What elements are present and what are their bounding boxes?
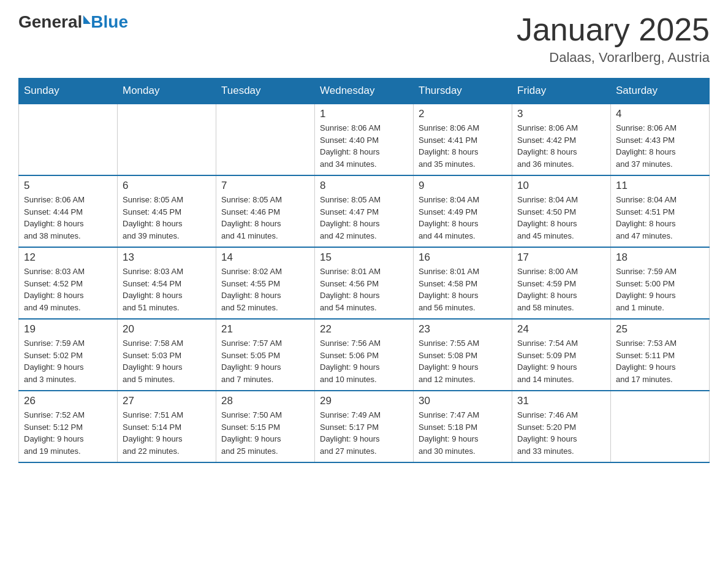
calendar-cell: 8Sunrise: 8:05 AM Sunset: 4:47 PM Daylig… <box>315 175 414 247</box>
day-number: 10 <box>517 180 605 192</box>
day-info: Sunrise: 8:00 AM Sunset: 4:59 PM Dayligh… <box>517 266 605 313</box>
day-info: Sunrise: 8:05 AM Sunset: 4:47 PM Dayligh… <box>320 194 408 242</box>
day-info: Sunrise: 7:47 AM Sunset: 5:18 PM Dayligh… <box>419 409 507 457</box>
day-info: Sunrise: 8:06 AM Sunset: 4:40 PM Dayligh… <box>320 122 408 170</box>
day-number: 26 <box>24 395 112 407</box>
month-title: January 2025 <box>517 12 710 47</box>
day-info: Sunrise: 7:51 AM Sunset: 5:14 PM Dayligh… <box>123 409 211 457</box>
day-number: 24 <box>517 323 605 335</box>
day-number: 14 <box>221 251 309 264</box>
day-number: 18 <box>616 251 704 264</box>
logo: General Blue <box>18 12 128 32</box>
day-info: Sunrise: 8:05 AM Sunset: 4:45 PM Dayligh… <box>123 194 211 242</box>
calendar-cell: 10Sunrise: 8:04 AM Sunset: 4:50 PM Dayli… <box>512 175 611 247</box>
day-number: 1 <box>320 108 408 120</box>
calendar-cell: 16Sunrise: 8:01 AM Sunset: 4:58 PM Dayli… <box>414 247 512 319</box>
calendar-header-saturday: Saturday <box>611 79 710 104</box>
calendar-table: SundayMondayTuesdayWednesdayThursdayFrid… <box>18 78 710 463</box>
day-number: 29 <box>320 395 408 407</box>
calendar-header-friday: Friday <box>512 79 611 104</box>
calendar-cell: 22Sunrise: 7:56 AM Sunset: 5:06 PM Dayli… <box>315 319 414 391</box>
day-number: 17 <box>517 251 605 264</box>
calendar-cell: 31Sunrise: 7:46 AM Sunset: 5:20 PM Dayli… <box>512 391 611 462</box>
calendar-week-row: 1Sunrise: 8:06 AM Sunset: 4:40 PM Daylig… <box>19 104 710 175</box>
day-info: Sunrise: 8:02 AM Sunset: 4:55 PM Dayligh… <box>221 266 309 313</box>
calendar-cell: 18Sunrise: 7:59 AM Sunset: 5:00 PM Dayli… <box>611 247 710 319</box>
day-info: Sunrise: 8:05 AM Sunset: 4:46 PM Dayligh… <box>221 194 309 242</box>
calendar-week-row: 5Sunrise: 8:06 AM Sunset: 4:44 PM Daylig… <box>19 175 710 247</box>
day-info: Sunrise: 8:06 AM Sunset: 4:44 PM Dayligh… <box>24 194 112 242</box>
day-info: Sunrise: 7:46 AM Sunset: 5:20 PM Dayligh… <box>517 409 605 457</box>
day-number: 28 <box>221 395 309 407</box>
day-info: Sunrise: 7:49 AM Sunset: 5:17 PM Dayligh… <box>320 409 408 457</box>
day-info: Sunrise: 8:04 AM Sunset: 4:51 PM Dayligh… <box>616 194 704 242</box>
calendar-cell <box>19 104 118 175</box>
day-number: 22 <box>320 323 408 335</box>
day-info: Sunrise: 8:03 AM Sunset: 4:54 PM Dayligh… <box>123 266 211 313</box>
day-number: 3 <box>517 108 605 120</box>
day-info: Sunrise: 8:01 AM Sunset: 4:56 PM Dayligh… <box>320 266 408 313</box>
header: General Blue January 2025 Dalaas, Vorarl… <box>18 12 710 66</box>
day-number: 30 <box>419 395 507 407</box>
logo-blue-text: Blue <box>91 12 128 32</box>
calendar-cell: 27Sunrise: 7:51 AM Sunset: 5:14 PM Dayli… <box>118 391 216 462</box>
location-title: Dalaas, Vorarlberg, Austria <box>517 50 710 66</box>
calendar-cell: 30Sunrise: 7:47 AM Sunset: 5:18 PM Dayli… <box>414 391 512 462</box>
day-info: Sunrise: 8:06 AM Sunset: 4:42 PM Dayligh… <box>517 122 605 170</box>
day-info: Sunrise: 7:50 AM Sunset: 5:15 PM Dayligh… <box>221 409 309 457</box>
day-info: Sunrise: 7:54 AM Sunset: 5:09 PM Dayligh… <box>517 337 605 385</box>
calendar-header-thursday: Thursday <box>414 79 512 104</box>
calendar-cell: 23Sunrise: 7:55 AM Sunset: 5:08 PM Dayli… <box>414 319 512 391</box>
day-info: Sunrise: 8:06 AM Sunset: 4:41 PM Dayligh… <box>419 122 507 170</box>
calendar-week-row: 26Sunrise: 7:52 AM Sunset: 5:12 PM Dayli… <box>19 391 710 462</box>
calendar-cell: 25Sunrise: 7:53 AM Sunset: 5:11 PM Dayli… <box>611 319 710 391</box>
day-number: 13 <box>123 251 211 264</box>
day-info: Sunrise: 7:59 AM Sunset: 5:02 PM Dayligh… <box>24 337 112 385</box>
day-number: 2 <box>419 108 507 120</box>
day-number: 19 <box>24 323 112 335</box>
calendar-cell: 4Sunrise: 8:06 AM Sunset: 4:43 PM Daylig… <box>611 104 710 175</box>
calendar-week-row: 12Sunrise: 8:03 AM Sunset: 4:52 PM Dayli… <box>19 247 710 319</box>
calendar-cell: 6Sunrise: 8:05 AM Sunset: 4:45 PM Daylig… <box>118 175 216 247</box>
calendar-cell: 15Sunrise: 8:01 AM Sunset: 4:56 PM Dayli… <box>315 247 414 319</box>
day-number: 25 <box>616 323 704 335</box>
day-number: 5 <box>24 180 112 192</box>
day-info: Sunrise: 7:55 AM Sunset: 5:08 PM Dayligh… <box>419 337 507 385</box>
day-info: Sunrise: 7:59 AM Sunset: 5:00 PM Dayligh… <box>616 266 704 313</box>
day-info: Sunrise: 8:03 AM Sunset: 4:52 PM Dayligh… <box>24 266 112 313</box>
day-info: Sunrise: 7:57 AM Sunset: 5:05 PM Dayligh… <box>221 337 309 385</box>
page: General Blue January 2025 Dalaas, Vorarl… <box>0 0 728 481</box>
day-number: 20 <box>123 323 211 335</box>
calendar-cell: 17Sunrise: 8:00 AM Sunset: 4:59 PM Dayli… <box>512 247 611 319</box>
calendar-cell: 14Sunrise: 8:02 AM Sunset: 4:55 PM Dayli… <box>216 247 315 319</box>
calendar-cell: 5Sunrise: 8:06 AM Sunset: 4:44 PM Daylig… <box>19 175 118 247</box>
calendar-cell <box>611 391 710 462</box>
calendar-header-tuesday: Tuesday <box>216 79 315 104</box>
calendar-cell: 2Sunrise: 8:06 AM Sunset: 4:41 PM Daylig… <box>414 104 512 175</box>
day-number: 7 <box>221 180 309 192</box>
day-info: Sunrise: 8:01 AM Sunset: 4:58 PM Dayligh… <box>419 266 507 313</box>
calendar-header-monday: Monday <box>118 79 216 104</box>
day-info: Sunrise: 8:04 AM Sunset: 4:50 PM Dayligh… <box>517 194 605 242</box>
day-info: Sunrise: 7:53 AM Sunset: 5:11 PM Dayligh… <box>616 337 704 385</box>
day-number: 8 <box>320 180 408 192</box>
calendar-cell: 7Sunrise: 8:05 AM Sunset: 4:46 PM Daylig… <box>216 175 315 247</box>
day-info: Sunrise: 7:58 AM Sunset: 5:03 PM Dayligh… <box>123 337 211 385</box>
calendar-cell: 29Sunrise: 7:49 AM Sunset: 5:17 PM Dayli… <box>315 391 414 462</box>
day-number: 27 <box>123 395 211 407</box>
title-block: January 2025 Dalaas, Vorarlberg, Austria <box>517 12 710 66</box>
calendar-header-wednesday: Wednesday <box>315 79 414 104</box>
day-info: Sunrise: 8:06 AM Sunset: 4:43 PM Dayligh… <box>616 122 704 170</box>
day-info: Sunrise: 8:04 AM Sunset: 4:49 PM Dayligh… <box>419 194 507 242</box>
logo-triangle-icon <box>83 15 91 24</box>
calendar-cell: 9Sunrise: 8:04 AM Sunset: 4:49 PM Daylig… <box>414 175 512 247</box>
calendar-cell: 11Sunrise: 8:04 AM Sunset: 4:51 PM Dayli… <box>611 175 710 247</box>
calendar-cell: 13Sunrise: 8:03 AM Sunset: 4:54 PM Dayli… <box>118 247 216 319</box>
calendar-week-row: 19Sunrise: 7:59 AM Sunset: 5:02 PM Dayli… <box>19 319 710 391</box>
day-number: 21 <box>221 323 309 335</box>
day-number: 9 <box>419 180 507 192</box>
calendar-cell: 26Sunrise: 7:52 AM Sunset: 5:12 PM Dayli… <box>19 391 118 462</box>
calendar-cell <box>216 104 315 175</box>
day-number: 4 <box>616 108 704 120</box>
logo-general-text: General <box>18 12 82 32</box>
